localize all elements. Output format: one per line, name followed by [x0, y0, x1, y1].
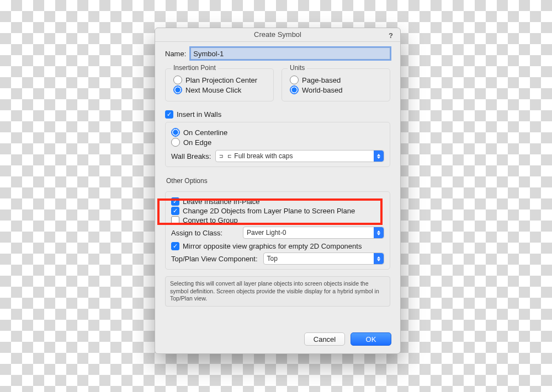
top-plan-value: Top [267, 255, 278, 262]
wall-breaks-label: Wall Breaks: [171, 152, 211, 160]
radio-world-based[interactable] [290, 85, 299, 94]
radio-plan-projection-label: Plan Projection Center [185, 76, 257, 84]
name-row: Name: [165, 47, 390, 60]
name-label: Name: [165, 50, 186, 58]
units-group: Units Page-based World-based [282, 68, 390, 101]
ok-button[interactable]: OK [351, 332, 391, 346]
checkbox-change-2d[interactable] [171, 207, 179, 215]
checkbox-insert-in-walls[interactable] [165, 110, 173, 119]
chevron-updown-icon [374, 227, 384, 238]
wall-breaks-value: Full break with caps [234, 152, 293, 160]
dialog-title: Create Symbol [254, 30, 301, 39]
insertion-point-group: Insertion Point Plan Projection Center N… [165, 68, 274, 101]
radio-next-mouse-click[interactable] [173, 85, 182, 94]
radio-on-edge-label: On Edge [183, 138, 211, 147]
assign-class-value: Paver Light-0 [247, 229, 286, 237]
checkbox-change-2d-label: Change 2D Objects from Layer Plane to Sc… [183, 207, 355, 215]
wall-breaks-icon: ⊐ ⊏ [219, 153, 232, 160]
insert-walls-inner: On Centerline On Edge Wall Breaks: ⊐ ⊏ F… [165, 122, 390, 167]
radio-page-based-label: Page-based [302, 76, 341, 84]
radio-on-centerline-label: On Centerline [183, 128, 227, 137]
radio-page-based[interactable] [290, 76, 299, 84]
dialog-content: Name: Insertion Point Plan Projection Ce… [155, 42, 400, 326]
checkbox-leave-instance-label: Leave Instance In-Place [183, 197, 259, 206]
help-icon[interactable]: ? [386, 29, 396, 39]
checkbox-mirror[interactable] [171, 242, 179, 250]
hint-text: Selecting this will convert all layer pl… [165, 276, 390, 307]
chevron-updown-icon [374, 253, 384, 264]
other-options-group: Leave Instance In-Place Change 2D Object… [165, 191, 390, 270]
top-plan-select[interactable]: Top [263, 253, 384, 265]
assign-class-select[interactable]: Paver Light-0 [243, 227, 384, 239]
other-options-label: Other Options [166, 177, 390, 185]
cancel-button[interactable]: Cancel [304, 332, 345, 346]
top-plan-label: Top/Plan View Component: [171, 255, 258, 263]
radio-on-edge[interactable] [171, 138, 180, 147]
radio-on-centerline[interactable] [171, 128, 180, 137]
checkbox-convert-group[interactable] [171, 216, 179, 224]
chevron-updown-icon [374, 151, 384, 162]
wall-breaks-select[interactable]: ⊐ ⊏ Full break with caps [215, 150, 384, 162]
checkbox-insert-in-walls-label: Insert in Walls [177, 110, 221, 119]
insertion-point-legend: Insertion Point [171, 64, 218, 72]
checkbox-mirror-label: Mirror opposite view graphics for empty … [183, 242, 362, 250]
create-symbol-dialog: Create Symbol ? Name: Insertion Point Pl… [155, 28, 401, 354]
dialog-button-row: Cancel OK [155, 326, 400, 353]
background-checker: Create Symbol ? Name: Insertion Point Pl… [0, 0, 552, 392]
dialog-titlebar: Create Symbol ? [155, 28, 400, 42]
checkbox-leave-instance[interactable] [171, 197, 179, 206]
checkbox-convert-group-label: Convert to Group [183, 216, 238, 224]
radio-world-based-label: World-based [302, 86, 342, 94]
assign-class-label: Assign to Class: [171, 229, 237, 237]
radio-next-mouse-click-label: Next Mouse Click [185, 86, 241, 94]
units-legend: Units [288, 64, 307, 72]
radio-plan-projection[interactable] [173, 76, 182, 84]
symbol-name-input[interactable] [190, 47, 390, 60]
